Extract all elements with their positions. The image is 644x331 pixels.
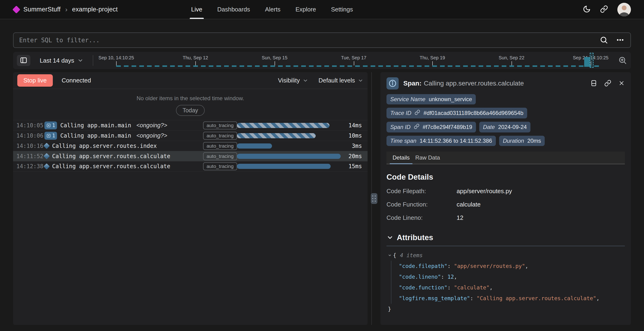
attributes-toggle[interactable]: Attributes	[386, 233, 625, 242]
badge-value: 20ms	[528, 138, 541, 144]
time-span-badge[interactable]: Time span 14:11:52.366 to 14:11:52.386	[386, 136, 496, 146]
avatar-image	[617, 3, 631, 16]
badge-value: 14:11:52.366 to 14:11:52.386	[420, 138, 492, 144]
close-panel-button[interactable]	[618, 80, 625, 87]
child-count: 1	[52, 122, 55, 128]
theme-toggle-button[interactable]	[583, 5, 591, 14]
row-timestamp: 14:10:05	[16, 122, 42, 129]
live-feed-panel: Stop live Connected Visibility Default l…	[13, 72, 368, 325]
span-detail-actions	[590, 80, 625, 87]
org-name[interactable]: SummerStuff	[23, 6, 60, 13]
span-id-badge[interactable]: Span ID #f7c8e294f7489b19	[386, 122, 476, 132]
tab-alerts[interactable]: Alerts	[265, 0, 280, 19]
duration-badge[interactable]: Duration 20ms	[499, 136, 545, 146]
date-badge[interactable]: Date 2024-09-24	[479, 122, 530, 132]
stop-live-button[interactable]: Stop live	[17, 74, 53, 87]
log-row-selected[interactable]: 14:11:52 Calling app.server.routes.calcu…	[13, 151, 368, 161]
timeline-tick	[274, 61, 275, 66]
tab-details[interactable]: Details	[390, 152, 412, 164]
row-message: Calling app.main.main	[60, 132, 131, 139]
code-lineno-row: Code Lineno: 12	[386, 214, 625, 222]
json-comma: ,	[490, 284, 493, 290]
copy-link-button[interactable]	[604, 80, 611, 87]
field-label: Code Function:	[386, 201, 456, 208]
more-options-button[interactable]	[616, 36, 624, 45]
tab-explore[interactable]: Explore	[295, 0, 316, 19]
json-entry: "code.function": "calculate",	[399, 282, 625, 293]
field-label: Code Lineno:	[386, 214, 456, 222]
json-open-line[interactable]: {4 items	[388, 250, 625, 261]
json-colon: :	[448, 263, 454, 269]
log-row[interactable]: 14:10:05 1 Calling app.main.main <ongoin…	[13, 120, 368, 130]
field-value: calculate	[456, 201, 481, 208]
expand-count-icon[interactable]: 1	[44, 122, 57, 130]
tag-pill[interactable]: auto_tracing	[203, 142, 237, 150]
timeline-tick-label: Sun, Sep 22	[499, 55, 524, 60]
zoom-in-icon	[618, 56, 627, 66]
tag-pill[interactable]: auto_tracing	[203, 152, 237, 160]
log-row[interactable]: 14:10:06 1 Calling app.main.main <ongoin…	[13, 130, 368, 140]
default-levels-dropdown[interactable]: Default levels	[318, 77, 363, 84]
json-comma: ,	[525, 263, 528, 269]
tab-dashboards[interactable]: Dashboards	[217, 0, 250, 19]
duration-bar-track: 20ms	[237, 151, 362, 161]
tab-details-label: Details	[392, 154, 410, 161]
sidebar-toggle-button[interactable]	[17, 55, 30, 66]
tab-alerts-label: Alerts	[265, 6, 280, 13]
expand-count-icon[interactable]: 1	[44, 132, 57, 140]
time-range-dropdown[interactable]: Last 14 days	[40, 57, 84, 64]
json-key: "code.filepath"	[399, 263, 448, 269]
share-link-button[interactable]	[600, 5, 608, 14]
attributes-divider	[386, 246, 625, 246]
tab-settings[interactable]: Settings	[331, 0, 353, 19]
main-area: Stop live Connected Visibility Default l…	[13, 72, 631, 325]
tag-pill[interactable]: auto_tracing	[203, 122, 237, 130]
tab-live[interactable]: Live	[191, 0, 202, 19]
split-view-button[interactable]	[590, 80, 597, 87]
tag-pill[interactable]: auto_tracing	[203, 162, 237, 170]
row-duration: 3ms	[352, 143, 362, 149]
duration-bar-track: 14ms	[237, 120, 362, 130]
sql-filter-bar	[13, 32, 631, 48]
breadcrumb[interactable]: SummerStuff › example-project	[14, 6, 118, 13]
json-colon: :	[448, 284, 454, 290]
link-icon	[600, 5, 608, 14]
trace-id-badge[interactable]: Trace ID #df01acad0311189c8b66a466d96965…	[386, 108, 527, 118]
tag-pill[interactable]: auto_tracing	[203, 132, 237, 140]
json-entries: "code.filepath": "app/server/routes.py",…	[391, 261, 625, 304]
empty-state-message: No older items in the selected time wind…	[13, 95, 368, 102]
json-comma: ,	[454, 274, 457, 280]
row-timestamp: 14:10:06	[16, 132, 42, 139]
search-button[interactable]	[600, 36, 608, 45]
timeline-tick-label: Tue, Sep 17	[341, 55, 366, 60]
drag-handle-icon[interactable]	[371, 193, 378, 204]
timeline-tick-label: Sun, Sep 15	[262, 55, 288, 60]
chevron-down-icon	[358, 78, 363, 84]
service-name-badge[interactable]: Service Name unknown_service	[386, 94, 476, 104]
user-avatar[interactable]	[617, 3, 631, 16]
timeline-track[interactable]: Sep 10, 14:10:25 Thu, Sep 12 Sun, Sep 15…	[93, 52, 614, 69]
log-row[interactable]: 14:10:16 Calling app.server.routes.index…	[13, 140, 368, 151]
tab-raw-data[interactable]: Raw Data	[412, 152, 442, 164]
today-button[interactable]: Today	[176, 105, 205, 116]
timeline-selection-cursor[interactable]	[590, 53, 594, 68]
row-ongoing-flag: <ongoing?>	[136, 132, 167, 139]
row-message: Calling app.main.main	[60, 122, 131, 129]
badge-label: Trace ID	[390, 110, 411, 116]
sql-filter-input[interactable]	[14, 33, 630, 48]
timeline-bar: Last 14 days Sep 10, 14:10:25 Thu, Sep 1…	[13, 52, 631, 69]
nav-tabs: Live Dashboards Alerts Explore Settings	[191, 0, 353, 19]
timeline-tick-label: Thu, Sep 19	[420, 55, 445, 60]
default-levels-label: Default levels	[318, 77, 355, 84]
zoom-in-button[interactable]	[614, 56, 631, 66]
project-name[interactable]: example-project	[72, 6, 118, 13]
log-row[interactable]: 14:12:38 Calling app.server.routes.calcu…	[13, 161, 368, 172]
chevron-down-icon	[386, 234, 394, 241]
duration-bar	[237, 154, 341, 159]
row-duration: 10ms	[348, 132, 362, 139]
json-close-line: }	[388, 304, 625, 314]
span-title-prefix: Span:	[403, 80, 422, 87]
json-entry: "logfire.msg_template": "Calling app.ser…	[399, 293, 625, 304]
row-timestamp: 14:12:38	[16, 163, 42, 170]
visibility-dropdown[interactable]: Visibility	[278, 77, 308, 84]
